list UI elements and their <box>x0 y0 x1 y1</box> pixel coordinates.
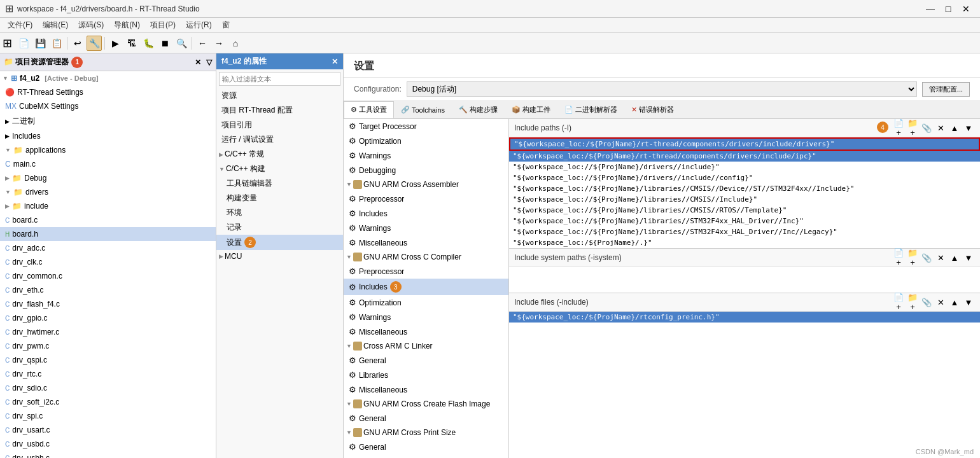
menu-edit[interactable]: 编辑(E) <box>38 18 73 32</box>
menu-window[interactable]: 窗 <box>217 18 235 32</box>
include-file-item[interactable]: "${workspace_loc:/${ProjName}/rtconfig_p… <box>509 312 980 323</box>
stree-size-group[interactable]: ▼ GNU ARM Cross Print Size <box>344 426 508 440</box>
stree-gcc-misc[interactable]: ⚙ Miscellaneous <box>344 324 508 339</box>
add-file-path-button[interactable]: 📄+ <box>892 296 905 309</box>
stree-asm-misc[interactable]: ⚙ Miscellaneous <box>344 235 508 250</box>
explorer-close[interactable]: ✕ <box>195 58 201 67</box>
props-rundebug[interactable]: 运行 / 调试设置 <box>216 132 343 147</box>
drv-usbh-item[interactable]: Cdrv_usbh.c <box>0 451 216 458</box>
props-log[interactable]: 记录 <box>216 220 343 235</box>
move-file-up-button[interactable]: ▲ <box>948 296 961 309</box>
include-path-item[interactable]: "${workspace_loc://${ProjName}/drivers//… <box>509 172 980 183</box>
saveas-button[interactable]: 📋 <box>49 36 64 51</box>
manage-config-button[interactable]: 管理配置... <box>922 82 970 97</box>
add-sys-file-button[interactable]: 📎 <box>920 251 933 264</box>
build-button[interactable]: 🏗 <box>124 36 139 51</box>
includes-item[interactable]: ▶ Includes <box>0 129 216 143</box>
include-path-item[interactable]: "${workspace_loc://${ProjName}/libraries… <box>509 205 980 216</box>
drv-qspi-item[interactable]: Cdrv_qspi.c <box>0 353 216 367</box>
main-c-item[interactable]: C main.c <box>0 157 216 171</box>
drv-gpio-item[interactable]: Cdrv_gpio.c <box>0 311 216 325</box>
drv-clk-item[interactable]: Cdrv_clk.c <box>0 255 216 269</box>
nav-back[interactable]: ← <box>195 36 210 51</box>
include-path-item[interactable]: "${workspace_loc://${ProjName}/drivers//… <box>509 162 980 172</box>
include-path-item[interactable]: "${workspace_loc://${ProjName}/libraries… <box>509 226 980 237</box>
stree-linker-group[interactable]: ▼ Cross ARM C Linker <box>344 339 508 353</box>
stree-gcc-includes[interactable]: ⚙ Includes 3 <box>344 279 508 295</box>
tab-error-parser[interactable]: ✕ 错误解析器 <box>624 101 681 118</box>
props-resources[interactable]: 资源 <box>216 88 343 103</box>
stree-gcc-preproc[interactable]: ⚙ Preprocessor <box>344 264 508 279</box>
drv-flash-item[interactable]: Cdrv_flash_f4.c <box>0 297 216 311</box>
stree-gcc-group[interactable]: ▼ GNU ARM Cross C Compiler <box>344 250 508 264</box>
menu-navigate[interactable]: 导航(N) <box>109 18 145 32</box>
project-root[interactable]: ▼ ⊞ f4_u2 [Active - Debug] <box>0 71 216 85</box>
delete-path-button[interactable]: ✕ <box>934 121 947 134</box>
tab-tools[interactable]: ⚙ 工具设置 <box>344 101 394 118</box>
include-path-item[interactable]: "${workspace_loc://${ProjName}/libraries… <box>509 194 980 205</box>
cubemx-settings[interactable]: MX CubeMX Settings <box>0 99 216 113</box>
stree-linker-general[interactable]: ⚙ General <box>344 353 508 368</box>
binary-item[interactable]: ▶ 二进制 <box>0 113 216 129</box>
stree-target[interactable]: ⚙ Target Processor <box>344 119 508 134</box>
stree-flash-general[interactable]: ⚙ General <box>344 411 508 426</box>
stree-asm-includes[interactable]: ⚙ Includes <box>344 206 508 221</box>
minimize-button[interactable]: — <box>921 3 939 15</box>
include-path-item[interactable]: "${workspace_loc:/${ProjName}/.}" <box>509 237 980 248</box>
drv-usbd-item[interactable]: Cdrv_usbd.c <box>0 437 216 451</box>
props-cpp-general[interactable]: ▶ C/C++ 常规 <box>216 147 343 162</box>
maximize-button[interactable]: □ <box>939 3 957 15</box>
stree-gcc-warnings[interactable]: ⚙ Warnings <box>344 310 508 324</box>
move-up-button[interactable]: ▲ <box>948 121 961 134</box>
nav-home[interactable]: ⌂ <box>228 36 243 51</box>
drivers-item[interactable]: ▼ 📁 drivers <box>0 185 216 199</box>
add-path-button[interactable]: 📄+ <box>892 121 905 134</box>
stree-debug[interactable]: ⚙ Debugging <box>344 163 508 177</box>
run-button[interactable]: ▶ <box>108 36 123 51</box>
drv-usart-item[interactable]: Cdrv_usart.c <box>0 423 216 437</box>
stree-linker-misc[interactable]: ⚙ Miscellaneous <box>344 382 508 397</box>
include-folder[interactable]: ▶ 📁 include <box>0 199 216 213</box>
props-settings[interactable]: 设置 2 <box>216 235 343 250</box>
debug-item[interactable]: ▶ 📁 Debug <box>0 171 216 185</box>
add-file-attach-button[interactable]: 📎 <box>920 296 933 309</box>
props-cpp-build-group[interactable]: ▼ C/C++ 构建 <box>216 162 343 176</box>
menu-file[interactable]: 文件(F) <box>3 18 38 32</box>
delete-file-button[interactable]: ✕ <box>934 296 947 309</box>
tab-toolchains[interactable]: 🔗 Toolchains <box>394 101 452 118</box>
add-workspace-button[interactable]: 📁+ <box>906 121 919 134</box>
board-c-item[interactable]: C board.c <box>0 213 216 227</box>
move-down-button[interactable]: ▼ <box>962 121 975 134</box>
tab-binary-parser[interactable]: 📄 二进制解析器 <box>557 101 624 118</box>
drv-i2c-item[interactable]: Cdrv_soft_i2c.c <box>0 395 216 409</box>
drv-pwm-item[interactable]: Cdrv_pwm.c <box>0 339 216 353</box>
drv-hwtimer-item[interactable]: Cdrv_hwtimer.c <box>0 325 216 339</box>
props-toolchain-editor[interactable]: 工具链编辑器 <box>216 176 343 191</box>
board-h-item[interactable]: H board.h <box>0 227 216 241</box>
search-button[interactable]: 🔍 <box>174 36 189 51</box>
drv-common-item[interactable]: Cdrv_common.c <box>0 269 216 283</box>
stree-warn[interactable]: ⚙ Warnings <box>344 148 508 163</box>
stree-gcc-optim[interactable]: ⚙ Optimization <box>344 295 508 310</box>
rt-thread-settings[interactable]: 🔴 RT-Thread Settings <box>0 85 216 99</box>
include-path-item[interactable]: "${workspace_loc://${ProjName}/libraries… <box>509 216 980 226</box>
move-sys-down-button[interactable]: ▼ <box>962 251 975 264</box>
explorer-menu[interactable]: ▽ <box>206 58 212 67</box>
applications-item[interactable]: ▼ 📁 applications <box>0 143 216 157</box>
back-button[interactable]: ↩ <box>70 36 85 51</box>
add-sys-workspace-button[interactable]: 📁+ <box>906 251 919 264</box>
menu-project[interactable]: 项目(P) <box>145 18 181 32</box>
drv-adc-item[interactable]: Cdrv_adc.c <box>0 241 216 255</box>
menu-run[interactable]: 运行(R) <box>181 18 217 32</box>
include-path-item[interactable]: "${workspace_loc:/${ProjName}/rt-thread/… <box>509 151 980 162</box>
tab-build-steps[interactable]: 🔨 构建步骤 <box>452 101 505 118</box>
stree-asm-preproc[interactable]: ⚙ Preprocessor <box>344 191 508 206</box>
menu-source[interactable]: 源码(S) <box>73 18 109 32</box>
props-rtthread[interactable]: 项目 RT-Thread 配置 <box>216 103 343 118</box>
props-refs[interactable]: 项目引用 <box>216 118 343 132</box>
include-path-item[interactable]: "${workspace_loc://${ProjName}/libraries… <box>509 183 980 194</box>
add-sys-path-button[interactable]: 📄+ <box>892 251 905 264</box>
stree-flash-group[interactable]: ▼ GNU ARM Cross Create Flash Image <box>344 397 508 411</box>
props-env[interactable]: 环境 <box>216 205 343 220</box>
props-filter-input[interactable] <box>219 72 340 86</box>
